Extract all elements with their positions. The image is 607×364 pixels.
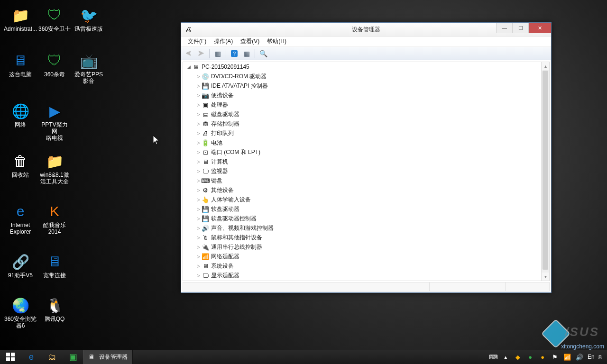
tree-node[interactable]: ▷🔋电池 [183, 138, 549, 147]
tree-node[interactable]: ▷💾IDE ATA/ATAPI 控制器 [183, 81, 549, 91]
toolbar-separator [209, 49, 210, 58]
menu-file[interactable]: 文件(F) [184, 37, 210, 46]
desktop-icon-qq[interactable]: 🐧腾讯QQ [38, 296, 71, 322]
desktop-icon-360-safe[interactable]: 🛡360安全卫士 [38, 6, 71, 32]
expand-icon[interactable]: ▷ [195, 112, 201, 117]
desktop-icon-broadband[interactable]: 🖥宽带连接 [38, 252, 71, 279]
expand-icon[interactable]: ▷ [195, 273, 201, 278]
tree-node[interactable]: ▷🖵监视器 [183, 166, 549, 176]
forward-button[interactable]: ⮞ [195, 48, 207, 59]
taskbar-explorer-icon[interactable]: 🗂 [42, 350, 63, 364]
tree-node[interactable]: ▷🖱鼠标和其他指针设备 [183, 233, 549, 242]
tray-360-icon[interactable]: ● [526, 353, 534, 361]
desktop-icon-kuwo-music[interactable]: K酷我音乐 2014 [38, 202, 71, 235]
expand-icon[interactable]: ▷ [195, 102, 201, 107]
scroll-down-button[interactable]: ▾ [542, 273, 549, 281]
desktop-icon-this-pc[interactable]: 🖥这台电脑 [4, 51, 37, 78]
menu-view[interactable]: 查看(V) [237, 37, 263, 46]
tree-node[interactable]: ▷⌨键盘 [183, 176, 549, 185]
desktop-icon-91-helper[interactable]: 🔗91助手V5 [4, 252, 37, 279]
expand-icon[interactable]: ▷ [195, 216, 201, 221]
menu-help[interactable]: 帮助(H) [263, 37, 290, 46]
expand-icon[interactable]: ▷ [195, 264, 201, 268]
scroll-thumb[interactable] [543, 71, 548, 270]
desktop-icon-label: Internet Explorer [4, 222, 37, 235]
expand-icon[interactable]: ▷ [195, 159, 201, 164]
expand-icon[interactable]: ▷ [195, 254, 201, 259]
tree-node[interactable]: ▷🖵显示适配器 [183, 271, 549, 280]
taskbar-task-device-manager[interactable]: 🖥 设备管理器 [83, 350, 133, 364]
tree-node[interactable]: ▷💾软盘驱动器控制器 [183, 214, 549, 223]
expand-icon[interactable]: ▷ [195, 74, 201, 79]
desktop-icon-recycle-bin[interactable]: 🗑回收站 [4, 152, 37, 178]
back-button[interactable]: ⮜ [183, 48, 194, 59]
tree-node[interactable]: ▷🔌通用串行总线控制器 [183, 242, 549, 252]
tree-node[interactable]: ▷📷便携设备 [183, 91, 549, 100]
show-hide-tree-button[interactable]: ▥ [212, 48, 223, 59]
tree-node[interactable]: ▷👆人体学输入设备 [183, 195, 549, 204]
tree-node[interactable]: ▷⊡端口 (COM 和 LPT) [183, 147, 549, 157]
properties-button[interactable]: ▦ [241, 48, 252, 59]
tray-360sd-icon[interactable]: ● [538, 353, 547, 361]
expand-icon[interactable]: ▷ [195, 197, 201, 202]
menu-action[interactable]: 操作(A) [210, 37, 237, 46]
tree-node[interactable]: ▷📶网络适配器 [183, 252, 549, 261]
tray-clock[interactable]: 8 [598, 354, 602, 361]
tree-node[interactable]: ▷🖴磁盘驱动器 [183, 109, 549, 119]
collapse-icon[interactable]: ◢ [186, 64, 192, 69]
expand-icon[interactable]: ▷ [195, 188, 201, 192]
taskbar-ie-icon[interactable]: e [21, 350, 42, 364]
tray-volume-icon[interactable]: 🔊 [575, 353, 584, 361]
expand-icon[interactable]: ▷ [195, 207, 201, 211]
expand-icon[interactable]: ▷ [195, 131, 201, 136]
desktop-icon-360-browser[interactable]: 🌏360安全浏览 器6 [4, 296, 37, 329]
scan-hardware-button[interactable]: 🔍 [258, 48, 269, 59]
expand-icon[interactable]: ▷ [195, 121, 201, 126]
tree-scrollbar[interactable]: ▴ ▾ [541, 62, 549, 281]
device-category-icon: ⌨ [201, 177, 210, 184]
tree-node[interactable]: ▷⛃存储控制器 [183, 119, 549, 128]
expand-icon[interactable]: ▷ [195, 226, 201, 230]
tree-node[interactable]: ▷🖥计算机 [183, 157, 549, 166]
tree-node[interactable]: ▷⚙其他设备 [183, 185, 549, 195]
tray-shield-icon[interactable]: ◆ [514, 353, 522, 361]
expand-icon[interactable]: ▷ [195, 245, 201, 249]
tree-node[interactable]: ▷💾软盘驱动器 [183, 204, 549, 214]
expand-icon[interactable]: ▷ [195, 150, 201, 155]
expand-icon[interactable]: ▷ [195, 83, 201, 88]
tree-node[interactable]: ▷▣处理器 [183, 100, 549, 109]
desktop-icon-win8-activate[interactable]: 📁win8&8.1激 活工具大全 [38, 152, 71, 185]
tree-node[interactable]: ▷🖥系统设备 [183, 261, 549, 271]
device-tree[interactable]: ◢🖥PC-201502091145▷💿DVD/CD-ROM 驱动器▷💾IDE A… [183, 62, 550, 281]
tray-action-center-icon[interactable]: ⚑ [551, 353, 559, 361]
desktop-icon-iqiyi-pps[interactable]: 📺爱奇艺PPS 影音 [72, 51, 105, 84]
scroll-up-button[interactable]: ▴ [542, 62, 549, 70]
desktop-icon-network[interactable]: 🌐网络 [4, 101, 37, 128]
desktop-icon-pptv[interactable]: ▶PPTV聚力 网 络电视 [38, 101, 71, 141]
desktop-icon-thunder-speed[interactable]: 🐦迅雷极速版 [72, 6, 105, 32]
expand-icon[interactable]: ▷ [195, 169, 201, 173]
expand-icon[interactable]: ▷ [195, 140, 201, 145]
tree-node[interactable]: ▷🔊声音、视频和游戏控制器 [183, 223, 549, 233]
tree-node[interactable]: ▷🖨打印队列 [183, 128, 549, 138]
taskbar-iqiyi-icon[interactable]: ▣ [63, 350, 83, 364]
minimize-button[interactable]: — [496, 23, 512, 33]
maximize-button[interactable]: ☐ [512, 23, 528, 33]
desktop-icon-ie[interactable]: eInternet Explorer [4, 202, 37, 235]
tray-lang-indicator[interactable]: En [588, 354, 595, 360]
desktop-icon-360-antivirus[interactable]: 🛡360杀毒 [38, 51, 71, 78]
help-button[interactable]: ? [229, 48, 240, 59]
expand-icon[interactable]: ▷ [195, 93, 201, 98]
device-category-icon: 🔋 [201, 139, 210, 146]
keyboard-icon[interactable]: ⌨ [489, 353, 497, 361]
start-button[interactable] [0, 350, 21, 364]
title-bar[interactable]: 🖨 设备管理器 — ☐ ✕ [181, 23, 551, 36]
tray-network-icon[interactable]: 📶 [563, 353, 571, 361]
tray-chevron-up-icon[interactable]: ▴ [501, 353, 510, 361]
tree-root[interactable]: ◢🖥PC-201502091145 [183, 62, 549, 72]
desktop-icon-administrator[interactable]: 📁Administrat... [4, 6, 37, 32]
expand-icon[interactable]: ▷ [195, 178, 201, 183]
expand-icon[interactable]: ▷ [195, 235, 201, 240]
tree-node[interactable]: ▷💿DVD/CD-ROM 驱动器 [183, 72, 549, 81]
close-button[interactable]: ✕ [528, 23, 551, 33]
